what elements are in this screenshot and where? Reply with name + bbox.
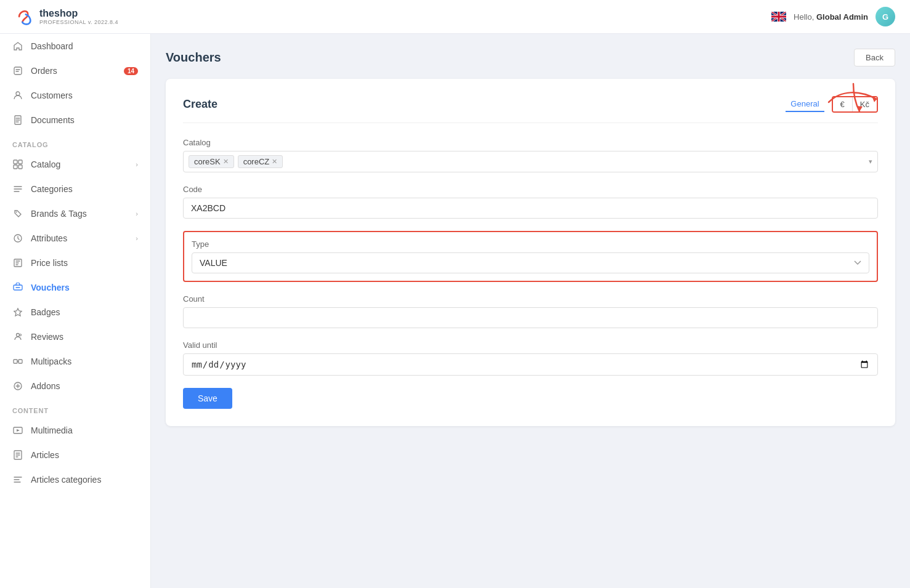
tab-euro[interactable]: € bbox=[833, 97, 853, 111]
svg-rect-1 bbox=[14, 67, 22, 75]
card-header: Create General € Kč bbox=[183, 96, 878, 123]
tag-label: coreCZ bbox=[243, 157, 270, 166]
svg-point-2 bbox=[16, 92, 20, 95]
page-header: Vouchers Back bbox=[166, 49, 895, 66]
catalog-select[interactable]: coreSK ✕ coreCZ ✕ ▾ bbox=[183, 151, 878, 172]
flag-icon[interactable] bbox=[771, 12, 786, 22]
svg-point-13 bbox=[17, 334, 20, 337]
sidebar-item-articles[interactable]: Articles bbox=[0, 443, 150, 467]
sidebar-item-orders[interactable]: Orders 14 bbox=[0, 58, 150, 83]
sidebar-item-categories[interactable]: Categories bbox=[0, 177, 150, 201]
sidebar-item-label: Multimedia bbox=[31, 425, 73, 435]
sidebar-item-label: Vouchers bbox=[31, 283, 70, 292]
sidebar-item-label: Dashboard bbox=[31, 41, 73, 51]
sidebar-item-label: Articles bbox=[31, 450, 59, 460]
logo-area: theshop PROFESSIONAL v. 2022.8.4 bbox=[15, 7, 118, 26]
chevron-down-icon: ▾ bbox=[869, 158, 872, 166]
sidebar-item-price-lists[interactable]: Price lists bbox=[0, 251, 150, 275]
remove-tag-1[interactable]: ✕ bbox=[272, 158, 277, 165]
sidebar-item-label: Reviews bbox=[31, 332, 63, 342]
svg-rect-5 bbox=[18, 160, 22, 164]
sidebar-item-vouchers[interactable]: Vouchers bbox=[0, 275, 150, 300]
hello-text: Hello, Global Admin bbox=[794, 12, 868, 22]
sidebar-item-badges[interactable]: Badges bbox=[0, 300, 150, 324]
code-form-group: Code bbox=[183, 185, 878, 219]
sidebar-item-dashboard[interactable]: Dashboard bbox=[0, 34, 150, 58]
tag-label: coreSK bbox=[194, 157, 221, 166]
count-input[interactable] bbox=[183, 307, 878, 328]
type-label: Type bbox=[192, 240, 869, 249]
card-title: Create bbox=[183, 98, 217, 111]
sidebar-item-addons[interactable]: Addons bbox=[0, 374, 150, 398]
catalog-form-group: Catalog coreSK ✕ coreCZ ✕ ▾ bbox=[183, 138, 878, 172]
orders-badge: 14 bbox=[124, 67, 138, 75]
customers-icon bbox=[12, 90, 23, 101]
avatar-button[interactable]: G bbox=[875, 7, 895, 26]
svg-rect-4 bbox=[14, 160, 17, 164]
documents-icon bbox=[12, 115, 23, 126]
sidebar-item-label: Multipacks bbox=[31, 356, 71, 366]
tab-czk[interactable]: Kč bbox=[853, 97, 877, 111]
articles-cat-icon bbox=[12, 474, 23, 485]
sidebar-item-label: Documents bbox=[31, 115, 75, 125]
pricelists-icon bbox=[12, 257, 23, 268]
save-button[interactable]: Save bbox=[183, 388, 232, 409]
sidebar-item-reviews[interactable]: Reviews bbox=[0, 324, 150, 349]
sidebar-item-articles-categories[interactable]: Articles categories bbox=[0, 467, 150, 492]
sidebar-item-customers[interactable]: Customers bbox=[0, 83, 150, 108]
sidebar-item-label: Attributes bbox=[31, 233, 67, 243]
sidebar-item-attributes[interactable]: Attributes › bbox=[0, 226, 150, 251]
sidebar-item-catalog[interactable]: Catalog › bbox=[0, 152, 150, 177]
brands-icon bbox=[12, 208, 23, 219]
type-select[interactable]: VALUE PERCENT FREE_SHIPPING bbox=[192, 252, 869, 273]
valid-until-input[interactable] bbox=[183, 353, 878, 376]
sidebar-item-brands-tags[interactable]: Brands & Tags › bbox=[0, 201, 150, 226]
catalog-tags-container: coreSK ✕ coreCZ ✕ bbox=[189, 155, 865, 168]
tabs-area: General € Kč bbox=[786, 96, 878, 113]
layout: Dashboard Orders 14 Customers Documents … bbox=[0, 34, 910, 588]
sidebar-item-documents[interactable]: Documents bbox=[0, 108, 150, 132]
logo-icon bbox=[15, 7, 35, 26]
valid-until-form-group: Valid until bbox=[183, 340, 878, 376]
addons-icon bbox=[12, 381, 23, 392]
catalog-icon bbox=[12, 159, 23, 170]
logo-text-block: theshop PROFESSIONAL v. 2022.8.4 bbox=[39, 8, 118, 25]
top-header: theshop PROFESSIONAL v. 2022.8.4 Hello, … bbox=[0, 0, 910, 34]
sidebar-item-label: Badges bbox=[31, 307, 60, 317]
sidebar: Dashboard Orders 14 Customers Documents … bbox=[0, 34, 151, 588]
sidebar-item-label: Addons bbox=[31, 381, 60, 391]
reviews-icon bbox=[12, 331, 23, 342]
remove-tag-0[interactable]: ✕ bbox=[223, 158, 229, 165]
code-input[interactable] bbox=[183, 198, 878, 219]
tab-general[interactable]: General bbox=[786, 97, 824, 112]
logo-name: theshop bbox=[39, 8, 118, 19]
sidebar-item-label: Catalog bbox=[31, 159, 60, 169]
sidebar-item-label: Articles categories bbox=[31, 475, 101, 485]
logo-sub: PROFESSIONAL v. 2022.8.4 bbox=[39, 19, 118, 25]
multipacks-icon bbox=[12, 356, 23, 367]
chevron-right-icon: › bbox=[136, 161, 138, 168]
badges-icon bbox=[12, 307, 23, 318]
svg-point-14 bbox=[20, 334, 22, 336]
sidebar-item-label: Categories bbox=[31, 184, 73, 194]
vouchers-icon bbox=[12, 282, 23, 293]
back-button[interactable]: Back bbox=[854, 49, 895, 66]
header-right: Hello, Global Admin G bbox=[771, 7, 895, 26]
catalog-label: Catalog bbox=[183, 138, 878, 147]
catalog-section-label: CATALOG bbox=[0, 132, 150, 152]
code-label: Code bbox=[183, 185, 878, 194]
sidebar-item-label: Customers bbox=[31, 91, 73, 100]
multimedia-icon bbox=[12, 425, 23, 436]
page-title: Vouchers bbox=[166, 50, 221, 65]
svg-marker-12 bbox=[14, 308, 22, 316]
catalog-tag-0: coreSK ✕ bbox=[189, 155, 234, 168]
currency-tabs: € Kč bbox=[832, 96, 878, 113]
main-content: Vouchers Back Create General € Kč bbox=[151, 34, 910, 588]
sidebar-item-multipacks[interactable]: Multipacks bbox=[0, 349, 150, 374]
svg-marker-19 bbox=[17, 429, 20, 432]
svg-rect-16 bbox=[18, 360, 22, 363]
catalog-tag-1: coreCZ ✕ bbox=[238, 155, 283, 168]
articles-icon bbox=[12, 449, 23, 461]
sidebar-item-multimedia[interactable]: Multimedia bbox=[0, 418, 150, 443]
svg-point-8 bbox=[16, 212, 17, 213]
